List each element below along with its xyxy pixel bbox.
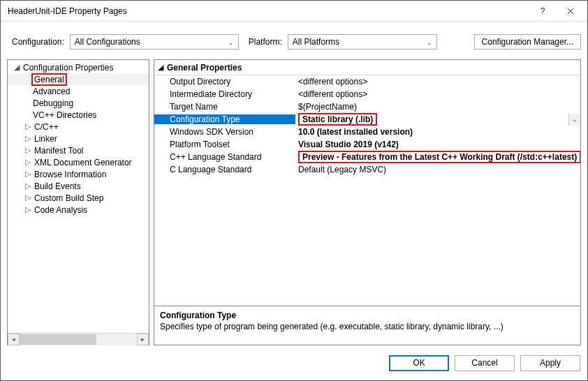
property-key: Target Name xyxy=(154,102,295,112)
configuration-label: Configuration: xyxy=(12,37,64,47)
property-panel: ◢ General Properties Output Directory<di… xyxy=(154,59,581,345)
tree-item-label: Debugging xyxy=(31,98,75,108)
tree-item-label: C/C++ xyxy=(33,122,60,132)
dropdown-button[interactable]: ⌄ xyxy=(568,114,580,126)
tree-root-label: Configuration Properties xyxy=(22,63,115,73)
chevron-down-icon: ◢ xyxy=(12,63,22,72)
scroll-left-button[interactable]: ◂ xyxy=(8,334,20,345)
property-value-text: $(ProjectName) xyxy=(298,102,357,112)
property-key: Platform Toolset xyxy=(154,140,295,149)
property-group-header[interactable]: ◢ General Properties xyxy=(154,60,580,75)
chevron-right-icon: ▷ xyxy=(23,122,33,131)
tree-item-label: Custom Build Step xyxy=(33,193,105,203)
close-icon xyxy=(567,8,574,15)
tree-item-label: Advanced xyxy=(31,87,71,96)
chevron-right-icon: ▷ xyxy=(23,146,33,155)
platform-select[interactable]: All Platforms ⌄ xyxy=(288,34,437,50)
chevron-right-icon: ▷ xyxy=(23,205,33,214)
tree-item-label: Code Analysis xyxy=(33,205,89,215)
tree-item[interactable]: ▷Linker xyxy=(8,133,149,144)
tree-item[interactable]: ▷Browse Information xyxy=(8,168,149,180)
property-value-text: Visual Studio 2019 (v142) xyxy=(298,140,399,149)
chevron-right-icon: ▷ xyxy=(23,134,33,143)
close-button[interactable] xyxy=(557,1,585,21)
tree[interactable]: ◢ Configuration Properties GeneralAdvanc… xyxy=(8,60,149,333)
chevron-right-icon: ▷ xyxy=(23,158,33,167)
platform-value: All Platforms xyxy=(293,37,339,47)
property-value-text: 10.0 (latest installed version) xyxy=(298,127,413,137)
scroll-right-button[interactable]: ▸ xyxy=(137,334,149,345)
tree-item[interactable]: Debugging xyxy=(8,97,149,109)
tree-panel: ◢ Configuration Properties GeneralAdvanc… xyxy=(7,59,149,345)
topbar: Configuration: All Configurations ⌄ Plat… xyxy=(1,22,587,59)
chevron-down-icon: ⌄ xyxy=(427,39,432,46)
property-row[interactable]: Platform ToolsetVisual Studio 2019 (v142… xyxy=(154,138,580,151)
cancel-button[interactable]: Cancel xyxy=(455,355,515,371)
property-row[interactable]: Target Name$(ProjectName) xyxy=(154,100,580,113)
chevron-right-icon: ▷ xyxy=(23,181,33,190)
tree-item-label: XML Document Generator xyxy=(33,158,133,167)
property-key: Configuration Type xyxy=(154,114,295,124)
description-pane: Configuration Type Specifies type of pro… xyxy=(154,306,580,345)
property-value-text: <different options> xyxy=(298,77,367,87)
tree-item[interactable]: ▷Build Events xyxy=(8,180,149,192)
property-value[interactable]: Default (Legacy MSVC) xyxy=(295,165,580,174)
property-value[interactable]: 10.0 (latest installed version) xyxy=(295,127,580,137)
tree-item-label: Manifest Tool xyxy=(33,146,84,156)
description-text: Specifies type of program being generate… xyxy=(160,322,575,331)
property-row[interactable]: Windows SDK Version10.0 (latest installe… xyxy=(154,126,580,138)
chevron-down-icon: ⌄ xyxy=(228,39,234,46)
property-row[interactable]: Intermediate Directory<different options… xyxy=(154,88,580,100)
tree-item[interactable]: General xyxy=(8,73,149,85)
property-value[interactable]: $(ProjectName) xyxy=(295,102,580,112)
property-row[interactable]: C++ Language StandardPreview - Features … xyxy=(154,151,580,163)
window-title: HeaderUnit-IDE Property Pages xyxy=(8,6,529,16)
property-value-text: <different options> xyxy=(298,89,367,99)
property-key: C Language Standard xyxy=(154,165,295,174)
property-value-text: Static library (.lib) xyxy=(298,113,377,126)
apply-button[interactable]: Apply xyxy=(520,355,580,371)
property-row[interactable]: C Language StandardDefault (Legacy MSVC) xyxy=(154,163,580,176)
tree-item[interactable]: Advanced xyxy=(8,85,149,97)
scroll-track[interactable] xyxy=(20,334,137,345)
tree-item-label: Linker xyxy=(33,134,59,144)
configuration-select[interactable]: All Configurations ⌄ xyxy=(70,34,239,50)
tree-item-label: VC++ Directories xyxy=(31,110,98,120)
property-group-title: General Properties xyxy=(167,63,242,73)
tree-item-label: General xyxy=(31,73,67,86)
footer: OK Cancel Apply xyxy=(1,345,587,380)
property-key: Output Directory xyxy=(154,77,295,87)
scroll-thumb[interactable] xyxy=(20,334,96,345)
tree-item[interactable]: ▷C/C++ xyxy=(8,121,149,133)
property-key: Intermediate Directory xyxy=(154,89,295,99)
property-key: C++ Language Standard xyxy=(154,152,295,162)
tree-item-label: Build Events xyxy=(33,181,82,191)
tree-item-label: Browse Information xyxy=(33,170,108,179)
property-value[interactable]: Visual Studio 2019 (v142) xyxy=(295,140,580,149)
tree-hscrollbar[interactable]: ◂ ▸ xyxy=(8,333,149,345)
property-value[interactable]: Static library (.lib) xyxy=(295,113,568,126)
main: ◢ Configuration Properties GeneralAdvanc… xyxy=(1,59,587,345)
ok-button[interactable]: OK xyxy=(389,355,449,371)
tree-root[interactable]: ◢ Configuration Properties xyxy=(8,61,149,73)
property-row[interactable]: Configuration TypeStatic library (.lib)⌄ xyxy=(154,113,580,126)
chevron-right-icon: ▷ xyxy=(23,193,33,202)
property-value[interactable]: Preview - Features from the Latest C++ W… xyxy=(295,151,580,163)
configuration-value: All Configurations xyxy=(75,37,140,47)
chevron-right-icon: ▷ xyxy=(23,170,33,179)
description-title: Configuration Type xyxy=(160,311,575,320)
property-row[interactable]: Output Directory<different options> xyxy=(154,75,580,88)
property-grid: Output Directory<different options>Inter… xyxy=(154,75,580,306)
help-button[interactable]: ? xyxy=(529,1,557,21)
tree-item[interactable]: ▷XML Document Generator xyxy=(8,156,149,168)
property-value[interactable]: <different options> xyxy=(295,77,580,87)
tree-item[interactable]: ▷Manifest Tool xyxy=(8,144,149,156)
property-value[interactable]: <different options> xyxy=(295,89,580,99)
property-key: Windows SDK Version xyxy=(154,127,295,137)
configuration-manager-button[interactable]: Configuration Manager... xyxy=(474,34,581,50)
tree-item[interactable]: ▷Custom Build Step xyxy=(8,192,149,204)
titlebar: HeaderUnit-IDE Property Pages ? xyxy=(1,1,587,22)
tree-item[interactable]: VC++ Directories xyxy=(8,109,149,121)
platform-label: Platform: xyxy=(249,37,282,47)
tree-item[interactable]: ▷Code Analysis xyxy=(8,204,149,216)
